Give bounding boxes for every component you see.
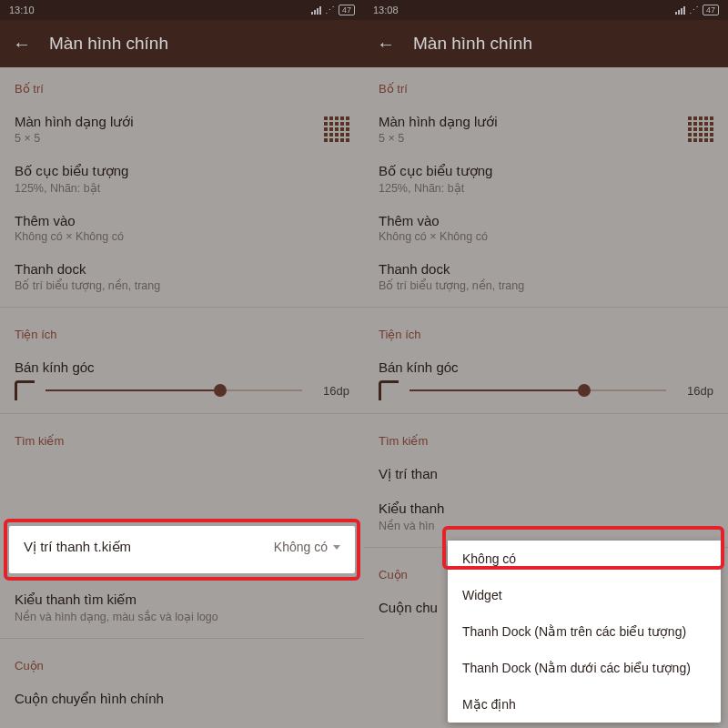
item-search-style-truncated[interactable]: Kiểu thanh Nền và hìn [379,491,713,541]
radius-slider[interactable] [410,389,666,391]
corner-icon [15,380,35,400]
status-right: ⋰ 47 [311,5,355,16]
item-title: Màn hình dạng lưới [379,114,498,130]
dropdown-option[interactable]: Không có [448,541,721,577]
slider-thumb[interactable] [578,384,591,397]
chevron-down-icon [333,545,340,550]
phone-left: 13:10 ⋰ 47 ← Màn hình chính Bố trí Màn h… [0,0,364,728]
item-sub: Nền và hìn [379,519,713,532]
radius-slider-row: 16dp [15,377,349,408]
search-pos-title: Vị trí thanh t.kiếm [24,539,131,555]
back-icon[interactable]: ← [13,34,31,55]
radius-value: 16dp [313,384,349,398]
back-icon[interactable]: ← [377,34,395,55]
item-dock[interactable]: Thanh dock Bố trí biểu tượng, nền, trang [379,252,713,301]
section-scroll: Cuộn [15,644,349,682]
item-title: Kiểu thanh [379,500,713,517]
settings-content: Bố trí Màn hình dạng lưới 5 × 5 Bố cục b… [0,67,364,457]
grid-icon [324,116,349,142]
dropdown-option[interactable]: Thanh Dock (Nằm dưới các biểu tượng) [448,650,721,686]
item-title: Thanh dock [15,261,349,277]
item-title: Bán kính góc [379,359,713,375]
divider [0,413,364,414]
item-sub: Bố trí biểu tượng, nền, trang [15,278,349,292]
section-widget: Tiện ích [379,313,713,350]
item-sub: Bố trí biểu tượng, nền, trang [379,278,713,292]
signal-icon [675,6,685,15]
item-sub: 5 × 5 [15,132,134,145]
dropdown-option[interactable]: Widget [448,577,721,613]
item-title: Cuộn chuyển hình chính [15,691,349,707]
signal-icon [311,6,321,15]
item-dock[interactable]: Thanh dock Bố trí biểu tượng, nền, trang [15,252,349,301]
page-title: Màn hình chính [413,34,532,54]
battery-indicator: 47 [703,5,719,15]
radius-slider-row: 16dp [379,377,713,408]
item-radius[interactable]: Bán kính góc [15,350,349,377]
grid-icon [688,116,713,142]
wifi-icon: ⋰ [325,5,335,16]
phone-right: 13:08 ⋰ 47 ← Màn hình chính Bố trí Màn h… [364,0,728,728]
item-add[interactable]: Thêm vào Không có × Không có [379,204,713,252]
item-search-style[interactable]: Kiểu thanh tìm kiếm Nền và hình dạng, mà… [15,582,349,632]
item-sub: Không có × Không có [15,230,349,243]
settings-content-2: Kiểu thanh tìm kiếm Nền và hình dạng, mà… [0,582,364,716]
section-widget: Tiện ích [15,313,349,350]
item-sub: Nền và hình dạng, màu sắc và loại logo [15,610,349,623]
search-pos-value[interactable]: Không có [274,540,340,554]
divider [364,413,728,414]
status-right: ⋰ 47 [675,5,719,16]
radius-slider[interactable] [46,389,302,391]
divider [364,307,728,308]
item-title: Kiểu thanh tìm kiếm [15,592,349,608]
item-title: Thêm vào [15,213,349,228]
section-search: Tìm kiếm [15,420,349,457]
item-icon-layout[interactable]: Bố cục biểu tượng 125%, Nhãn: bật [15,154,349,204]
status-time: 13:10 [9,5,35,15]
item-sub: 5 × 5 [379,132,498,145]
divider [0,307,364,308]
status-bar: 13:10 ⋰ 47 [0,0,364,20]
item-title: Thêm vào [379,213,713,228]
item-title: Màn hình dạng lưới [15,114,134,130]
item-radius[interactable]: Bán kính góc [379,350,713,377]
item-sub: 125%, Nhãn: bật [379,181,713,195]
section-layout: Bố trí [379,67,713,105]
battery-indicator: 47 [339,5,355,15]
app-bar: ← Màn hình chính [0,20,364,67]
corner-icon [379,380,399,400]
page-title: Màn hình chính [49,34,168,54]
item-grid[interactable]: Màn hình dạng lưới 5 × 5 [15,105,349,154]
item-icon-layout[interactable]: Bố cục biểu tượng 125%, Nhãn: bật [379,154,713,204]
item-grid[interactable]: Màn hình dạng lưới 5 × 5 [379,105,713,154]
item-sub: Không có × Không có [379,230,713,243]
section-layout: Bố trí [15,67,349,105]
wifi-icon: ⋰ [689,5,699,16]
radius-value: 16dp [677,384,713,398]
dropdown-option[interactable]: Thanh Dock (Nằm trên các biểu tượng) [448,613,721,650]
item-title: Thanh dock [379,261,713,277]
item-search-pos-truncated[interactable]: Vị trí than [379,457,713,491]
section-search: Tìm kiếm [379,420,713,457]
dropdown-option[interactable]: Mặc định [448,686,721,723]
slider-thumb[interactable] [214,384,227,397]
status-bar: 13:08 ⋰ 47 [364,0,728,20]
item-title: Bán kính góc [15,359,349,375]
divider [0,638,364,639]
item-scroll[interactable]: Cuộn chuyển hình chính [15,682,349,716]
status-time: 13:08 [373,5,399,15]
dropdown-popup: Không có Widget Thanh Dock (Nằm trên các… [448,541,721,723]
item-sub: 125%, Nhãn: bật [15,181,349,195]
item-title: Bố cục biểu tượng [379,163,713,179]
search-position-row[interactable]: Vị trí thanh t.kiếm Không có [9,526,355,568]
item-title: Bố cục biểu tượng [15,163,349,179]
app-bar: ← Màn hình chính [364,20,728,67]
item-add[interactable]: Thêm vào Không có × Không có [15,204,349,252]
item-title: Vị trí than [379,466,713,482]
